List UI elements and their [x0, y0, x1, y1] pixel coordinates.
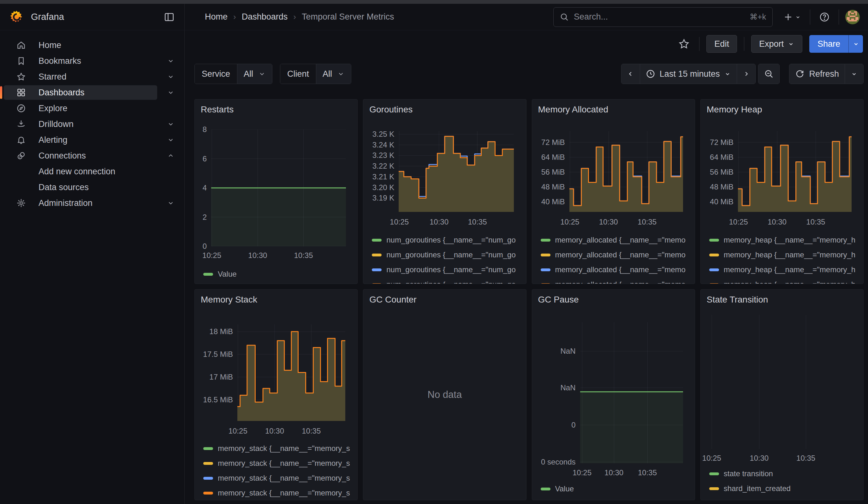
- user-avatar[interactable]: [845, 10, 860, 24]
- y-axis-tick: 3.19 K: [363, 194, 394, 202]
- sidebar-item-dashboards[interactable]: Dashboards: [4, 85, 157, 100]
- add-new-button[interactable]: [781, 9, 804, 25]
- export-button[interactable]: Export: [751, 35, 802, 53]
- edit-button[interactable]: Edit: [706, 35, 737, 53]
- zoom-out-button[interactable]: [758, 64, 779, 84]
- breadcrumb-item[interactable]: Dashboards: [242, 12, 288, 22]
- search-box[interactable]: ⌘+k: [553, 7, 773, 27]
- panel-memory-stack: Memory Stack18 MiB17.5 MiB17 MiB16.5 MiB…: [194, 289, 358, 500]
- grafana-logo-icon[interactable]: [9, 10, 24, 24]
- legend-item[interactable]: memory_stack {__name__="memory_s: [203, 459, 354, 468]
- sidebar-item-explore[interactable]: Explore: [4, 101, 157, 116]
- sidebar-item-bookmarks[interactable]: Bookmarks: [4, 54, 157, 68]
- time-back-button[interactable]: [621, 64, 640, 84]
- chevron-down-icon[interactable]: [157, 89, 184, 96]
- legend-item[interactable]: memory_heap {__name__="memory_h: [709, 280, 860, 284]
- x-axis-tick: 10:35: [798, 218, 833, 226]
- sidebar-item-data-sources[interactable]: Data sources: [4, 180, 157, 195]
- legend-item[interactable]: memory_stack {__name__="memory_s: [203, 444, 354, 453]
- chevron-down-icon[interactable]: [157, 57, 184, 65]
- legend-swatch: [709, 268, 719, 271]
- legend-item[interactable]: memory_heap {__name__="memory_h: [709, 265, 860, 275]
- sidebar-item-label: Starred: [39, 72, 66, 82]
- favorite-star-icon[interactable]: [676, 36, 692, 52]
- x-axis-tick: 10:25: [700, 454, 729, 463]
- chevron-down-icon[interactable]: [157, 73, 184, 81]
- time-forward-button[interactable]: [737, 64, 755, 84]
- filter-label: Client: [280, 64, 316, 84]
- legend-item[interactable]: memory_allocated {__name__="memo: [541, 250, 692, 260]
- sidebar-item-add-new-connection[interactable]: Add new connection: [4, 164, 157, 179]
- panel-title[interactable]: Memory Stack: [201, 295, 257, 305]
- compass-icon: [4, 104, 39, 113]
- legend-item[interactable]: memory_allocated {__name__="memo: [541, 235, 692, 245]
- share-button[interactable]: Share: [809, 35, 848, 53]
- header-divider: [839, 10, 839, 25]
- panel-title[interactable]: Memory Allocated: [538, 104, 609, 115]
- header-divider: [810, 10, 810, 25]
- legend-swatch: [203, 447, 213, 450]
- sidebar-item-starred[interactable]: Starred: [4, 70, 157, 84]
- panel-title[interactable]: GC Pause: [538, 295, 579, 305]
- legend-item[interactable]: state transition: [709, 469, 860, 479]
- chart-canvas: [738, 131, 851, 212]
- filter-value-dropdown[interactable]: All: [237, 64, 272, 84]
- breadcrumb-separator: ›: [293, 12, 296, 22]
- search-input[interactable]: [574, 12, 745, 22]
- breadcrumb: Home›Dashboards›Temporal Server Metrics: [205, 12, 553, 22]
- chevron-up-icon[interactable]: [157, 152, 184, 160]
- panel-title[interactable]: Memory Heap: [707, 104, 762, 115]
- sidebar: HomeBookmarksStarredDashboardsExploreDri…: [0, 30, 185, 504]
- sidebar-item-drilldown[interactable]: Drilldown: [4, 117, 157, 131]
- legend-item[interactable]: memory_heap {__name__="memory_h: [709, 250, 860, 260]
- legend-item[interactable]: memory_allocated {__name__="memo: [541, 265, 692, 275]
- y-axis-tick: 0: [195, 242, 207, 250]
- y-axis-tick: 56 MiB: [532, 168, 565, 176]
- legend-item[interactable]: memory_stack {__name__="memory_s: [203, 473, 354, 483]
- sidebar-item-label: Dashboards: [39, 88, 85, 97]
- legend-label: memory_allocated {__name__="memo: [555, 250, 685, 259]
- legend-item[interactable]: num_goroutines {__name__="num_go: [372, 265, 523, 275]
- legend-swatch: [372, 239, 382, 241]
- legend-item[interactable]: memory_stack {__name__="memory_s: [203, 488, 354, 498]
- sidebar-item-administration[interactable]: Administration: [4, 196, 157, 210]
- sidebar-item-home[interactable]: Home: [4, 38, 157, 52]
- panel-title[interactable]: Restarts: [201, 104, 234, 115]
- y-axis-tick: 48 MiB: [532, 183, 565, 191]
- actions-divider: [744, 37, 744, 51]
- y-axis-tick: 17 MiB: [195, 373, 233, 381]
- legend-label: memory_heap {__name__="memory_h: [724, 265, 855, 274]
- sidebar-item-label: Administration: [39, 198, 92, 208]
- legend-item[interactable]: memory_allocated {__name__="memo: [541, 280, 692, 284]
- legend-item[interactable]: Value: [541, 484, 692, 494]
- breadcrumb-item[interactable]: Home: [205, 12, 228, 22]
- dock-sidebar-icon[interactable]: [162, 10, 176, 24]
- time-range-picker[interactable]: Last 15 minutes: [640, 64, 737, 84]
- legend-item[interactable]: num_goroutines {__name__="num_go: [372, 250, 523, 260]
- chevron-down-icon[interactable]: [157, 199, 184, 207]
- x-axis-tick: 10:30: [760, 218, 794, 226]
- drilldown-icon: [4, 119, 39, 129]
- y-axis-tick: 40 MiB: [701, 198, 734, 206]
- panel-title[interactable]: Goroutines: [369, 104, 413, 115]
- filter-value: All: [323, 69, 332, 79]
- refresh-interval-chevron[interactable]: [845, 64, 863, 84]
- legend-item[interactable]: shard_item_created: [709, 484, 860, 493]
- legend-swatch: [709, 472, 719, 475]
- chevron-down-icon[interactable]: [157, 136, 184, 144]
- chevron-down-icon[interactable]: [157, 120, 184, 128]
- share-menu-chevron[interactable]: [848, 35, 863, 53]
- chevron-down-icon: [337, 70, 345, 78]
- legend-item[interactable]: num_goroutines {__name__="num_go: [372, 280, 523, 284]
- legend-item[interactable]: memory_heap {__name__="memory_h: [709, 235, 860, 245]
- sidebar-item-connections[interactable]: Connections: [4, 148, 157, 163]
- panel-title[interactable]: State Transition: [707, 295, 768, 305]
- refresh-button[interactable]: Refresh: [789, 64, 845, 84]
- sidebar-item-alerting[interactable]: Alerting: [4, 133, 157, 147]
- panel-gc-counter: GC CounterNo data: [363, 289, 526, 500]
- legend-item[interactable]: Value: [203, 269, 354, 279]
- filter-value-dropdown[interactable]: All: [316, 64, 351, 84]
- help-button[interactable]: [817, 9, 832, 25]
- legend-item[interactable]: num_goroutines {__name__="num_go: [372, 235, 523, 245]
- y-axis-tick: 64 MiB: [532, 153, 565, 161]
